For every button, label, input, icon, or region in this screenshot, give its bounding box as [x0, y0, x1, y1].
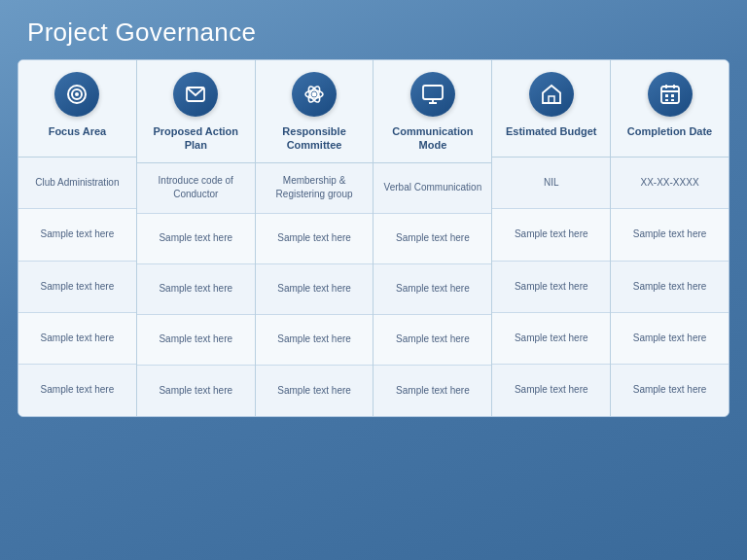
col-header-text-proposed-action-plan: Proposed Action Plan — [143, 124, 249, 153]
cell-focus-area-row1: Sample text here — [18, 209, 136, 261]
cell-completion-date-row0: XX-XX-XXXX — [611, 158, 729, 209]
cell-communication-mode-row3: Sample text here — [374, 315, 491, 366]
cell-responsible-committee-row0: Membership & Registering group — [256, 163, 374, 214]
cell-estimated-budget-row0: NIL — [492, 158, 610, 209]
house-icon — [529, 72, 574, 117]
svg-rect-17 — [671, 94, 674, 97]
col-header-text-completion-date: Completion Date — [627, 124, 712, 138]
col-header-text-responsible-committee: Responsible Committee — [262, 124, 368, 153]
col-header-text-estimated-budget: Estimated Budget — [506, 124, 597, 138]
svg-rect-8 — [423, 86, 443, 99]
col-estimated-budget: Estimated BudgetNILSample text hereSampl… — [492, 60, 611, 416]
svg-rect-12 — [661, 87, 679, 103]
cell-completion-date-row4: Sample text here — [611, 365, 729, 415]
cell-completion-date-row3: Sample text here — [611, 313, 729, 365]
cell-estimated-budget-row2: Sample text here — [492, 262, 610, 313]
col-header-communication-mode: Communication Mode — [374, 60, 491, 163]
cell-responsible-committee-row2: Sample text here — [256, 264, 374, 315]
cell-focus-area-row2: Sample text here — [18, 262, 136, 313]
col-completion-date: Completion DateXX-XX-XXXXSample text her… — [611, 60, 729, 416]
col-header-focus-area: Focus Area — [18, 60, 136, 158]
target-icon — [54, 72, 99, 117]
atom-icon — [292, 72, 337, 117]
cell-responsible-committee-row1: Sample text here — [256, 214, 374, 264]
svg-rect-11 — [549, 96, 554, 103]
envelope-icon — [173, 72, 218, 117]
col-communication-mode: Communication ModeVerbal CommunicationSa… — [374, 60, 492, 416]
cell-estimated-budget-row1: Sample text here — [492, 209, 610, 261]
svg-point-4 — [312, 92, 317, 97]
cell-communication-mode-row0: Verbal Communication — [374, 163, 491, 214]
page-title: Project Governance — [0, 0, 747, 59]
cell-responsible-committee-row3: Sample text here — [256, 315, 374, 366]
cell-proposed-action-plan-row0: Introduce code of Conductor — [137, 163, 255, 214]
calendar-icon — [648, 72, 693, 117]
col-responsible-committee: Responsible CommitteeMembership & Regist… — [256, 60, 374, 416]
cell-proposed-action-plan-row3: Sample text here — [137, 315, 255, 366]
cell-estimated-budget-row4: Sample text here — [492, 365, 610, 415]
monitor-icon — [410, 72, 455, 117]
col-header-estimated-budget: Estimated Budget — [492, 60, 610, 158]
columns-container: Focus AreaClub AdministrationSample text… — [18, 60, 729, 416]
svg-rect-18 — [665, 99, 668, 101]
svg-rect-16 — [665, 94, 668, 97]
cell-proposed-action-plan-row1: Sample text here — [137, 214, 255, 264]
cell-proposed-action-plan-row4: Sample text here — [137, 366, 255, 416]
col-header-completion-date: Completion Date — [611, 60, 729, 158]
col-header-text-communication-mode: Communication Mode — [379, 124, 485, 153]
cell-communication-mode-row1: Sample text here — [374, 214, 491, 264]
cell-focus-area-row3: Sample text here — [18, 313, 136, 365]
col-proposed-action-plan: Proposed Action PlanIntroduce code of Co… — [137, 60, 256, 416]
cell-responsible-committee-row4: Sample text here — [256, 366, 374, 416]
cell-communication-mode-row4: Sample text here — [374, 366, 491, 416]
col-focus-area: Focus AreaClub AdministrationSample text… — [18, 60, 137, 416]
svg-rect-19 — [671, 99, 674, 101]
cell-completion-date-row1: Sample text here — [611, 209, 729, 261]
col-header-responsible-committee: Responsible Committee — [256, 60, 374, 163]
cell-focus-area-row4: Sample text here — [18, 365, 136, 415]
cell-completion-date-row2: Sample text here — [611, 262, 729, 313]
cell-estimated-budget-row3: Sample text here — [492, 313, 610, 365]
governance-table: Focus AreaClub AdministrationSample text… — [18, 59, 729, 417]
cell-communication-mode-row2: Sample text here — [374, 264, 491, 315]
col-header-proposed-action-plan: Proposed Action Plan — [137, 60, 255, 163]
cell-focus-area-row0: Club Administration — [18, 158, 136, 209]
cell-proposed-action-plan-row2: Sample text here — [137, 264, 255, 315]
col-header-text-focus-area: Focus Area — [49, 124, 107, 138]
svg-point-2 — [75, 92, 79, 96]
